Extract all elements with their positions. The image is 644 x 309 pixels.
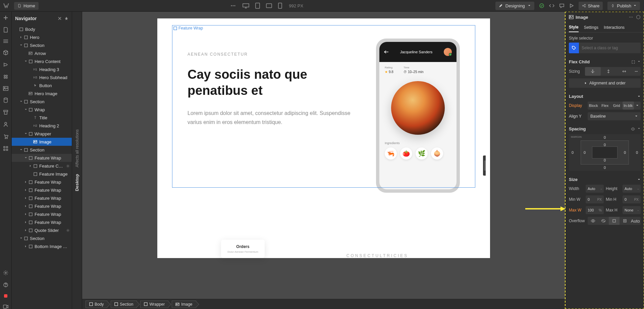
tree-item[interactable]: Bottom Image Wran — [12, 242, 72, 250]
tab-style[interactable]: Style — [569, 22, 579, 32]
users-icon[interactable] — [3, 122, 8, 127]
overflow-auto[interactable]: Auto — [630, 217, 641, 225]
webflow-logo[interactable] — [3, 2, 10, 9]
spacing-editor[interactable]: MARGIN PADDING 0 0 0 0 0 0 0 0 — [569, 134, 641, 171]
padding-bottom[interactable]: 0 — [604, 158, 606, 162]
audit-icon[interactable] — [4, 294, 7, 298]
class-input[interactable] — [579, 46, 641, 50]
tree-item[interactable]: H2Heading 2 — [12, 122, 72, 130]
maxw-input[interactable]: 100% — [586, 206, 604, 214]
tree-item[interactable]: Feature Wrap — [12, 194, 72, 202]
display-inblk[interactable]: In-blk — [623, 102, 634, 110]
spacing-mode-icon[interactable] — [631, 127, 635, 131]
add-icon[interactable] — [3, 15, 8, 20]
share-button[interactable]: Share — [579, 2, 603, 10]
tree-item[interactable]: Section — [12, 234, 72, 242]
navigator-icon[interactable] — [3, 39, 8, 43]
chevron-down-icon[interactable] — [637, 178, 641, 181]
canvas-resize-handle[interactable] — [483, 156, 486, 176]
component-icon[interactable] — [636, 15, 641, 19]
apps-icon[interactable] — [3, 146, 8, 151]
pages-icon[interactable] — [3, 27, 8, 33]
assets-icon[interactable] — [3, 86, 8, 91]
page-preview[interactable]: Feature Wrap AENEAN CONSECTETUR Cay soci… — [157, 18, 490, 258]
display-more[interactable] — [634, 102, 641, 110]
tablet-landscape-icon[interactable] — [266, 3, 272, 8]
collapse-icon[interactable] — [58, 16, 62, 20]
tree-item[interactable]: Section — [12, 146, 72, 154]
overflow-hidden[interactable] — [598, 217, 609, 225]
tree-item[interactable]: Wrap — [12, 106, 72, 114]
tree-item[interactable]: Feature Wrap — [12, 210, 72, 218]
tree-item[interactable]: H1Heading 3 — [12, 65, 72, 73]
chevron-down-icon[interactable] — [637, 127, 641, 130]
tree-item[interactable]: Hero — [12, 33, 72, 41]
breadcrumb-item[interactable]: Wrapper — [140, 301, 168, 308]
breadcrumb-item[interactable]: Section — [111, 301, 137, 308]
margin-left[interactable]: 0 — [572, 150, 574, 154]
sizing-more[interactable] — [632, 67, 641, 76]
tree-item[interactable]: Wrapper — [12, 130, 72, 138]
breadcrumb-item[interactable]: Image — [172, 301, 196, 308]
tab-interactions[interactable]: Interactions — [604, 22, 625, 32]
code-icon[interactable] — [549, 3, 554, 8]
padding-top[interactable]: 0 — [604, 143, 606, 147]
products-icon[interactable] — [3, 110, 8, 115]
display-flex[interactable]: Flex — [599, 102, 611, 110]
maxh-input[interactable]: None- — [623, 206, 641, 214]
help-icon[interactable] — [3, 282, 8, 288]
tree-item[interactable]: Body — [12, 25, 72, 33]
tab-settings[interactable]: Settings — [584, 22, 598, 32]
tree-item[interactable]: Quote Slider — [12, 226, 72, 234]
overflow-scroll2[interactable] — [620, 217, 630, 225]
page-selector[interactable]: Home — [14, 2, 39, 10]
tree-item[interactable]: Feature Wrap — [12, 186, 72, 194]
tree-item[interactable]: Button — [12, 81, 72, 89]
sizing-segment[interactable] — [585, 67, 641, 76]
height-input[interactable]: Auto- — [623, 185, 641, 193]
mobile-icon[interactable] — [278, 3, 282, 9]
sizing-none[interactable] — [616, 67, 632, 76]
display-block[interactable]: Block — [588, 102, 599, 110]
class-selector[interactable] — [569, 43, 641, 53]
pin-icon[interactable] — [64, 16, 68, 20]
tablet-icon[interactable] — [255, 3, 260, 9]
margin-right[interactable]: 0 — [636, 150, 638, 154]
tree-item[interactable]: Hero Image — [12, 89, 72, 98]
play-icon[interactable] — [569, 3, 574, 8]
tree-item[interactable]: Feature Image — [12, 170, 72, 178]
sizing-grow[interactable] — [601, 67, 616, 76]
tree-item[interactable]: Feature Wrap — [12, 202, 72, 210]
comment-icon[interactable] — [559, 3, 565, 8]
tree-item[interactable]: TTitle — [12, 114, 72, 122]
chevron-down-icon[interactable] — [637, 95, 641, 98]
sizing-shrink[interactable] — [585, 67, 601, 76]
tree-item[interactable]: Feature Wrap — [12, 218, 72, 226]
tree-item[interactable]: Feature Wrap — [12, 178, 72, 186]
padding-right[interactable]: 0 — [624, 150, 626, 154]
overflow-segment[interactable]: Auto — [588, 217, 641, 225]
video-icon[interactable] — [3, 304, 8, 309]
tree-item[interactable]: H3Hero Subhead — [12, 73, 72, 81]
publish-button[interactable]: Publish — [607, 2, 640, 10]
desktop-large-icon[interactable] — [243, 3, 249, 8]
styles-icon[interactable] — [3, 74, 8, 79]
tree-item[interactable]: Hero Content — [12, 57, 72, 65]
minw-input[interactable]: 0PX — [586, 195, 604, 203]
check-circle-icon[interactable] — [539, 3, 544, 8]
width-input[interactable]: Auto- — [586, 185, 604, 193]
chevron-down-icon[interactable] — [637, 60, 641, 63]
breadcrumb-item[interactable]: Body — [86, 301, 107, 308]
more-icon[interactable] — [629, 15, 633, 19]
variables-icon[interactable] — [3, 62, 8, 67]
overflow-visible[interactable] — [588, 217, 598, 225]
components-icon[interactable] — [3, 50, 8, 55]
ecommerce-icon[interactable] — [3, 134, 8, 139]
align-y-select[interactable]: Baseline — [588, 112, 641, 120]
display-grid[interactable]: Grid — [611, 102, 623, 110]
margin-top[interactable]: 0 — [604, 135, 606, 139]
tree-item[interactable]: Feature Wrap — [12, 154, 72, 162]
padding-left[interactable]: 0 — [584, 150, 586, 154]
cms-icon[interactable] — [3, 98, 8, 103]
overflow-scroll[interactable] — [609, 217, 620, 225]
